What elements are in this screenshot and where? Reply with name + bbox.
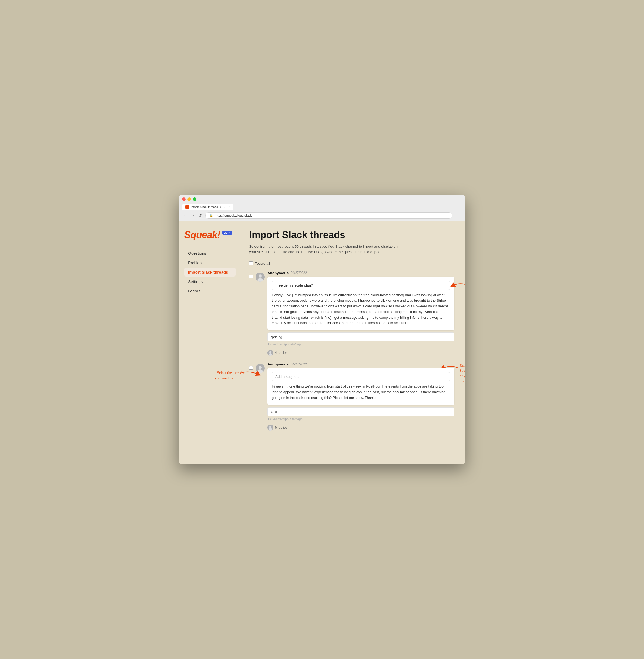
nav-buttons: ← → ↺ <box>182 213 203 218</box>
tab-favicon: ! <box>185 205 189 209</box>
forward-button[interactable]: → <box>190 213 196 218</box>
thread-1-replies-count: 4 replies <box>275 351 287 355</box>
minimize-button[interactable] <box>187 197 191 201</box>
thread-2-url-input[interactable] <box>268 407 454 416</box>
thread-1-reply-avatar <box>268 350 273 356</box>
sidebar-item-settings[interactable]: Settings <box>184 277 235 286</box>
thread-1-url-hint: Ex: /relative/path-to/page <box>268 343 454 346</box>
logo: Squeak! <box>184 229 220 241</box>
url-text: https://squeak.cloud/slack <box>215 214 252 217</box>
svg-point-1 <box>258 275 262 278</box>
maximize-button[interactable] <box>193 197 197 201</box>
active-tab[interactable]: ! Import Slack threads | Squeak × <box>182 204 233 210</box>
nav-menu: Questions Profiles Import Slack threads … <box>184 249 235 296</box>
browser-chrome: ! Import Slack threads | Squeak × + ← → … <box>179 195 465 221</box>
svg-point-10 <box>269 426 272 428</box>
back-button[interactable]: ← <box>182 213 188 218</box>
thread-2-row: Select the threadsyou want to import <box>249 362 454 430</box>
svg-point-4 <box>269 351 272 353</box>
refresh-button[interactable]: ↺ <box>197 213 203 218</box>
sidebar-item-logout[interactable]: Logout <box>184 286 235 296</box>
thread-2-replies-row: 5 replies <box>268 423 454 430</box>
thread-2-reply-avatar <box>268 425 273 430</box>
thread-row: Anonymous 04/27/2022 Howdy - I've just b… <box>249 271 454 356</box>
toggle-all-label: Toggle all <box>255 261 270 265</box>
thread-2-url-hint: Ex: /relative/path-to/page <box>268 417 454 421</box>
thread-1-author: Anonymous <box>268 271 289 275</box>
thread-2-replies-count: 5 replies <box>275 426 287 429</box>
close-button[interactable] <box>182 197 186 201</box>
thread-2-checkbox[interactable] <box>249 366 253 370</box>
sidebar-item-import-slack[interactable]: Import Slack threads <box>184 268 235 277</box>
thread-2-title-input[interactable] <box>272 372 450 381</box>
thread-2-url-container: Ex: /relative/path-to/page <box>268 407 454 421</box>
main-content: Import Slack threads Select from the mos… <box>241 221 465 464</box>
page-content: Squeak! BETA Questions Profiles Import S… <box>179 221 465 464</box>
sidebar: Squeak! BETA Questions Profiles Import S… <box>179 221 241 464</box>
traffic-lights <box>182 197 462 201</box>
page-description: Select from the most recent 50 threads i… <box>249 244 406 255</box>
thread-2-avatar <box>256 364 265 373</box>
browser-window: ! Import Slack threads | Squeak × + ← → … <box>179 195 465 464</box>
page-title: Import Slack threads <box>249 229 454 241</box>
thread-2-date: 04/27/2022 <box>291 362 307 366</box>
thread-1-date: 04/27/2022 <box>291 271 307 275</box>
thread-1-replies-row: 4 replies <box>268 348 454 356</box>
thread-2-meta: Anonymous 04/27/2022 <box>268 362 454 366</box>
logo-container: Squeak! BETA <box>184 229 235 241</box>
toggle-all-checkbox[interactable] <box>249 261 253 265</box>
thread-2-author: Anonymous <box>268 362 289 366</box>
sidebar-item-questions[interactable]: Questions <box>184 249 235 258</box>
thread-1-url-container: Ex: /relative/path-to/page <box>268 332 454 346</box>
thread-1-checkbox[interactable] <box>249 275 253 279</box>
thread-1-avatar <box>256 273 265 282</box>
address-bar-row: ← → ↺ 🔒 https://squeak.cloud/slack ⋮ <box>182 212 462 219</box>
sidebar-item-profiles[interactable]: Profiles <box>184 258 235 267</box>
thread-1-title-input[interactable] <box>272 281 450 290</box>
thread-1-url-input[interactable] <box>268 332 454 342</box>
thread-1-card: Howdy - I've just bumped into an issue I… <box>268 277 454 331</box>
thread-2-card: Hi guys..... one thing we're noticing fr… <box>268 368 454 405</box>
browser-tabs: ! Import Slack threads | Squeak × + <box>182 203 462 211</box>
new-tab-button[interactable]: + <box>233 203 241 211</box>
page-specify-annotation-text: Using Q&Ajs?Specify which page(s)of your… <box>460 363 465 384</box>
page-specify-annotation: Using Q&Ajs?Specify which page(s)of your… <box>460 363 465 384</box>
thread-1-content: Anonymous 04/27/2022 Howdy - I've just b… <box>268 271 454 356</box>
tab-close-icon[interactable]: × <box>229 206 230 209</box>
lock-icon: 🔒 <box>209 214 213 217</box>
thread-2-content: Anonymous 04/27/2022 Hi guys..... one th… <box>268 362 454 430</box>
thread-1-body: Howdy - I've just bumped into an issue I… <box>272 292 450 326</box>
toggle-all-row: Toggle all <box>249 261 454 265</box>
browser-menu-icon[interactable]: ⋮ <box>454 213 462 219</box>
address-bar[interactable]: 🔒 https://squeak.cloud/slack <box>205 212 452 219</box>
beta-badge: BETA <box>222 231 232 235</box>
thread-1-meta: Anonymous 04/27/2022 <box>268 271 454 275</box>
svg-point-7 <box>258 366 262 369</box>
tab-title: Import Slack threads | Squeak <box>191 205 226 209</box>
thread-2-body: Hi guys..... one thing we're noticing fr… <box>272 384 450 401</box>
